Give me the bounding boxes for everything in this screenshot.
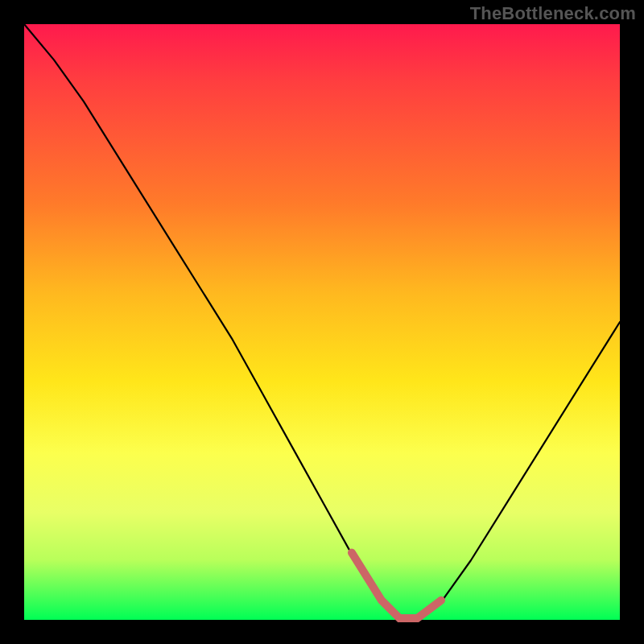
flat-region-marker bbox=[352, 553, 441, 618]
bottleneck-curve-path bbox=[24, 24, 620, 620]
curve-svg bbox=[24, 24, 620, 620]
chart-frame: TheBottleneck.com bbox=[0, 0, 644, 644]
watermark-text: TheBottleneck.com bbox=[470, 3, 636, 24]
plot-area bbox=[24, 24, 620, 620]
